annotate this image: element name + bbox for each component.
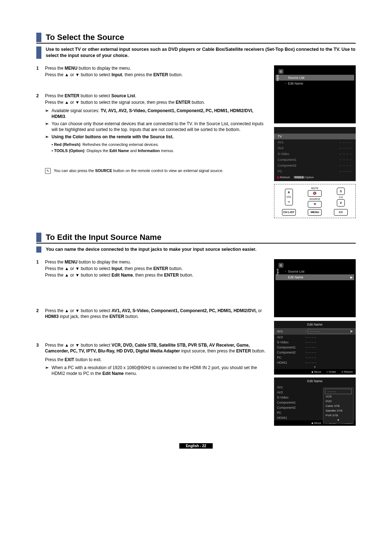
steps-column: 1 Press the MENU button to display the m… [36, 65, 268, 182]
s2-step1-l2: Press the ▲ or ▼ button to select Input,… [45, 266, 268, 271]
s2-step2-l1: Press the ▲ or ▼ button to select AV1, A… [45, 308, 268, 319]
step-num: 2 [36, 308, 45, 320]
step-1: 1 Press the MENU button to display the m… [36, 65, 268, 78]
source-button[interactable]: ⟲ [308, 201, 322, 208]
note-icon: ✎ [45, 168, 51, 174]
source-item-tv[interactable]: TV [274, 134, 356, 139]
edit-name-title: Edit Name [274, 321, 356, 328]
nav-bar-1: Move Enter Return [274, 369, 356, 375]
mute-button[interactable]: 🔇 [308, 190, 322, 197]
s2-step1-l1: Press the MENU button to display the men… [45, 259, 268, 265]
step1-line1: Press the MENU button to display the men… [45, 65, 268, 71]
gear-icon: ✿ [278, 69, 283, 74]
popup-dvd[interactable]: DVD [323, 399, 353, 404]
source-item-av2[interactable]: AV2– – – – [274, 145, 356, 151]
edit-row-pc[interactable]: PC: – – – – [274, 355, 356, 360]
sub-pc-hdmi2: ➢ When a PC with a resolution of 1920 x … [45, 365, 268, 376]
intro-edit-name: You can name the device connected to the… [36, 246, 356, 253]
source-item-component2[interactable]: Component2– – – – [274, 163, 356, 168]
menu-item-edit-name[interactable]: •Edit Name [275, 81, 354, 86]
mark-icon: ➢ [45, 121, 52, 132]
step2-line1: Press the ENTER button to select Source … [45, 93, 268, 99]
edit-row-svideo[interactable]: S-Video: – – – – [274, 340, 356, 345]
source-label: SOURCE [310, 198, 320, 200]
popup-satellite-stb[interactable]: Satellite STB [323, 408, 353, 413]
step-2-edit: 2 Press the ▲ or ▼ button to select AV1,… [36, 308, 268, 320]
menu-item-source-list[interactable]: •Source List [275, 269, 354, 274]
step-num: 2 [36, 93, 45, 174]
nav-return: Return [341, 370, 353, 373]
source-item-svideo[interactable]: S-Video– – – – [274, 151, 356, 157]
bullet-tools-option: • TOOLS (Option): Displays the Edit Name… [52, 148, 268, 154]
chlist-button[interactable]: CH LIST [282, 209, 296, 216]
source-item-pc[interactable]: PC– – – – [274, 168, 356, 174]
steps-column: 1 Press the MENU button to display the m… [36, 259, 268, 386]
side-tab-input: Input [275, 268, 279, 276]
heading-row: To Select the Source [36, 33, 356, 44]
heading-row: To Edit the Input Source Name [36, 233, 356, 244]
step2-line2: Press the ▲ or ▼ button to select the si… [45, 99, 268, 105]
s2-step3-l2: Press the EXIT button to exit. [45, 357, 268, 363]
remote-diagram: + VOL − MUTE 🔇 SOURCE ⟲ ∧ [274, 184, 356, 218]
side-tab-input: Input [275, 74, 279, 82]
heading-select-source: To Select the Source [36, 33, 356, 42]
bullet-red-refresh: • Red (Refresh): Refreshes the connectin… [52, 142, 268, 147]
tv-edit-name-popup: Edit Name AV1 AV2 S-Video Component1 Com… [274, 377, 356, 420]
step-num: 3 [36, 342, 45, 378]
source-item-component1[interactable]: Component1– – – – [274, 157, 356, 163]
popup-cable-stb[interactable]: Cable STB [323, 404, 353, 408]
edit-row-component1[interactable]: Component1: – – – – [274, 345, 356, 350]
s2-step1-l3: Press the ▲ or ▼ button to select Edit N… [45, 272, 268, 278]
source-item-av1[interactable]: AV1– – – – [274, 139, 356, 145]
source-list-footer: Refresh TOOLS Option [274, 174, 356, 180]
popup-dash[interactable]: – – – – [325, 389, 352, 394]
tv-source-list: TV AV1– – – – AV2– – – – S-Video– – – – … [274, 127, 356, 181]
scroll-down-icon: ▼ [274, 365, 356, 369]
nav-enter: Enter [326, 370, 336, 373]
cc-button[interactable]: CC [334, 209, 348, 216]
edit-row-component2[interactable]: Component2: – – – – [274, 350, 356, 355]
section-edit-input-name: To Edit the Input Source Name You can na… [36, 233, 356, 429]
step-num: 1 [36, 259, 45, 279]
menu-item-edit-name[interactable]: •Edit Name▶ [275, 274, 354, 280]
ch-label: CH [339, 196, 343, 199]
step-2: 2 Press the ENTER button to select Sourc… [36, 93, 268, 174]
edit-row-av2[interactable]: AV2: – – – – [274, 335, 356, 340]
mark-icon: ➢ [45, 108, 52, 119]
tv-menu-input-editname: ✿ Input •Source List •Edit Name▶ [274, 259, 356, 317]
screenshots-column: ✿ Input •Source List •Edit Name TV AV1– … [274, 65, 356, 218]
s2-step3-l1: Press the ▲ or ▼ button to select VCR, D… [45, 342, 268, 354]
ch-up-button[interactable]: ∧ [337, 188, 345, 195]
menu-item-source-list[interactable]: •Source List [275, 75, 354, 81]
step-1-edit: 1 Press the MENU button to display the m… [36, 259, 268, 279]
popup-pvr-stb[interactable]: PVR STB [323, 413, 353, 418]
mark-icon: ➢ [45, 134, 52, 140]
nav-move: Move [311, 370, 321, 373]
sub-available-sources: ➢ Available signal sources: TV, AV1, AV2… [45, 108, 268, 119]
mark-icon: ➢ [45, 365, 52, 376]
step1-line2: Press the ▲ or ▼ button to select Input,… [45, 72, 268, 78]
chevron-right-icon: ▶ [351, 330, 353, 333]
refresh-hint: Refresh [277, 176, 290, 179]
tv-menu-input: ✿ Input •Source List •Edit Name [274, 65, 356, 123]
edit-name-title: Edit Name [274, 377, 356, 385]
page-footer: English - 22 [36, 443, 356, 448]
popup-more-icon: ▼ [323, 418, 353, 422]
option-hint: TOOLS Option [294, 176, 314, 179]
note-source-button: ✎ You can also press the SOURCE button o… [45, 168, 268, 174]
page-number: English - 22 [179, 443, 213, 449]
nav-move: Move [311, 421, 321, 425]
menu-button[interactable]: MENU [308, 209, 322, 216]
step-num: 1 [36, 65, 45, 78]
sub-choose-only-connected: ➢ You can choose only those external dev… [45, 121, 268, 132]
ch-down-button[interactable]: ∨ [337, 199, 345, 207]
vol-rocker[interactable]: + VOL − [285, 189, 293, 205]
tv-edit-name-list: Edit Name AV1: – – – –▶ AV2: – – – – S-V… [274, 321, 356, 369]
gear-icon: ✿ [278, 263, 283, 268]
edit-row-hdmi1[interactable]: HDMI1: – – – – [274, 360, 356, 365]
popup-vcr[interactable]: VCR [323, 394, 353, 399]
screenshots-column-2: ✿ Input •Source List •Edit Name▶ Edit Na… [274, 259, 356, 429]
edit-row-av1[interactable]: AV1: – – – –▶ [274, 328, 356, 335]
heading-edit-name: To Edit the Input Source Name [36, 233, 356, 242]
intro-select-source: Use to select TV or other external input… [36, 46, 356, 59]
